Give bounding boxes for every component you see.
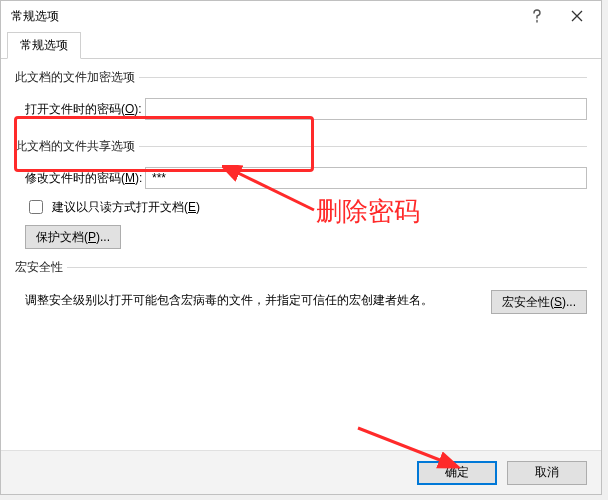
section-macro-legend: 宏安全性: [15, 259, 67, 276]
section-macro: 宏安全性 调整安全级别以打开可能包含宏病毒的文件，并指定可信任的宏创建者姓名。 …: [15, 259, 587, 318]
help-button[interactable]: [517, 2, 557, 30]
titlebar: 常规选项: [1, 1, 601, 31]
window-title: 常规选项: [11, 8, 517, 25]
section-encrypt: 此文档的文件加密选项 打开文件时的密码(O):: [15, 69, 587, 132]
section-share-legend: 此文档的文件共享选项: [15, 138, 139, 155]
cancel-button[interactable]: 取消: [507, 461, 587, 485]
macro-description: 调整安全级别以打开可能包含宏病毒的文件，并指定可信任的宏创建者姓名。: [25, 290, 479, 310]
readonly-label: 建议以只读方式打开文档(E): [52, 199, 200, 216]
modify-password-input[interactable]: [145, 167, 587, 189]
ok-button[interactable]: 确定: [417, 461, 497, 485]
modify-password-label: 修改文件时的密码(M):: [15, 170, 145, 187]
tab-general[interactable]: 常规选项: [7, 32, 81, 59]
dialog-footer: 确定 取消: [1, 450, 601, 494]
dialog-window: 常规选项 常规选项 此文档的文件加密选项 打开文件时的密码(O): 此文: [0, 0, 602, 495]
content-area: 此文档的文件加密选项 打开文件时的密码(O): 此文档的文件共享选项 修改文件时…: [1, 59, 601, 318]
open-password-input[interactable]: [145, 98, 587, 120]
open-password-label: 打开文件时的密码(O):: [15, 101, 145, 118]
close-icon: [571, 10, 583, 22]
readonly-checkbox[interactable]: [29, 200, 43, 214]
protect-document-button[interactable]: 保护文档(P)...: [25, 225, 121, 249]
section-encrypt-legend: 此文档的文件加密选项: [15, 69, 139, 86]
tabstrip: 常规选项: [1, 31, 601, 59]
help-icon: [532, 9, 542, 23]
close-button[interactable]: [557, 2, 597, 30]
section-share: 此文档的文件共享选项 修改文件时的密码(M): 建议以只读方式打开文档(E) 保…: [15, 138, 587, 253]
macro-security-button[interactable]: 宏安全性(S)...: [491, 290, 587, 314]
